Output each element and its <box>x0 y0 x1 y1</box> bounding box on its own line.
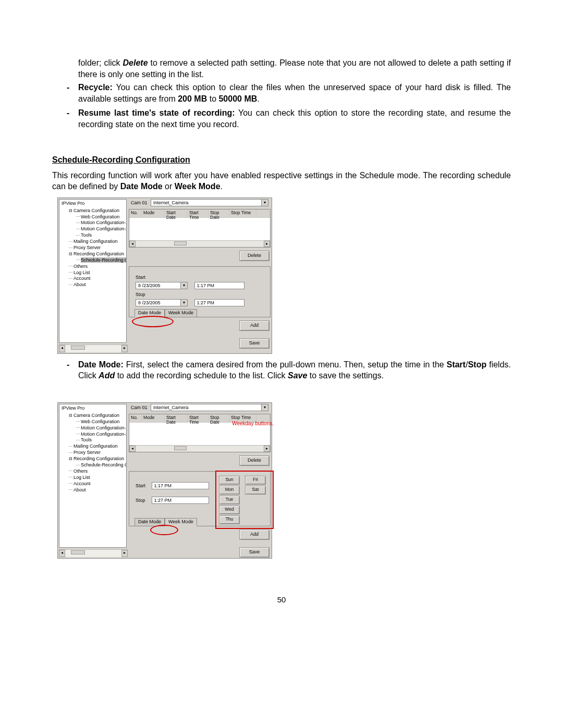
weekday-thu[interactable]: Thu <box>219 515 240 524</box>
label: Others <box>74 468 88 474</box>
col-start-time[interactable]: Start Time <box>188 209 209 217</box>
scroll-left-icon[interactable]: ◂ <box>59 550 65 557</box>
label: Camera Configuration <box>74 208 119 213</box>
scroll-track[interactable] <box>136 446 264 452</box>
col-start-date[interactable]: Start Date <box>165 414 188 422</box>
text: Week Mode <box>175 182 221 191</box>
tree-mailing[interactable]: Mailing Configuration <box>59 239 126 245</box>
scroll-thumb[interactable] <box>174 241 187 245</box>
tree-account[interactable]: Account <box>59 276 126 282</box>
tree-tools[interactable]: Tools <box>59 232 126 239</box>
col-start-time[interactable]: Start Time <box>188 414 209 422</box>
value: 1:27 PM <box>197 300 215 305</box>
tree-others[interactable]: Others <box>59 468 126 475</box>
stop-time-field[interactable]: 1:27 PM <box>194 299 244 306</box>
camera-select[interactable]: Internet_Camera <box>151 199 268 206</box>
scroll-thumb[interactable] <box>174 446 187 450</box>
tab-date-mode[interactable]: Date Mode <box>134 518 165 526</box>
add-button[interactable]: Add <box>239 320 270 331</box>
weekday-wed[interactable]: Wed <box>219 505 240 514</box>
scroll-thumb[interactable] <box>71 550 85 554</box>
col-stop-date[interactable]: Stop Date <box>209 209 229 217</box>
tree-motion2[interactable]: Motion Configuration-2 <box>59 226 126 232</box>
tree-web-config[interactable]: Web Configuration <box>59 214 126 220</box>
tree-pane: IPView Pro Camera Configuration Web Conf… <box>59 404 127 548</box>
value: 1:17 PM <box>197 283 215 288</box>
tab-week-mode[interactable]: Week Mode <box>165 518 197 526</box>
tree-motion1[interactable]: Motion Configuration-1 <box>59 220 126 226</box>
cam-label: Cam 01 <box>129 199 150 207</box>
weekday-tue[interactable]: Tue <box>219 496 240 504</box>
start-time-field[interactable]: 1:17 PM <box>152 482 209 489</box>
label: Recording Configuration <box>74 456 124 461</box>
scroll-track[interactable] <box>136 241 264 247</box>
scroll-track[interactable] <box>65 345 121 352</box>
tab-week-mode[interactable]: Week Mode <box>165 309 197 317</box>
tree-loglist[interactable]: Log List <box>59 475 126 481</box>
scroll-right-icon[interactable]: ▸ <box>264 446 270 452</box>
text: Date Mode <box>120 182 163 191</box>
scroll-track[interactable] <box>65 550 121 557</box>
label: About <box>74 282 86 287</box>
tree-camera-config[interactable]: Camera Configuration <box>59 208 126 214</box>
tab-date-mode[interactable]: Date Mode <box>134 309 165 317</box>
label: Tools <box>81 437 92 442</box>
label: Motion Configuration-1 <box>81 425 127 430</box>
section-intro: This recording function will work after … <box>52 170 511 192</box>
col-mode[interactable]: Mode <box>142 209 165 217</box>
scroll-right-icon[interactable]: ▸ <box>264 241 270 247</box>
tree-schedule-recording[interactable]: Schedule-Recording Con <box>59 257 126 264</box>
tree-tools[interactable]: Tools <box>59 437 126 443</box>
save-button[interactable]: Save <box>239 547 270 558</box>
weekday-sat[interactable]: Sat <box>245 486 266 495</box>
col-mode[interactable]: Mode <box>142 414 165 422</box>
col-stop-date[interactable]: Stop Date <box>209 414 229 422</box>
weekday-sun[interactable]: Sun <box>219 476 240 485</box>
col-stop-time[interactable]: Stop Time <box>229 209 256 217</box>
tabs-bar: Date ModeWeek Mode <box>134 309 197 317</box>
tree-others[interactable]: Others <box>59 264 126 270</box>
start-time-field[interactable]: 1:17 PM <box>194 282 244 289</box>
stop-date-field[interactable]: 8 /23/2005 <box>136 299 188 306</box>
delete-button[interactable]: Delete <box>239 251 270 261</box>
stop-time-field[interactable]: 1:27 PM <box>152 497 209 504</box>
col-no[interactable]: No. <box>129 414 142 422</box>
scroll-thumb[interactable] <box>71 346 85 350</box>
tree-rec-config[interactable]: Recording Configuration <box>59 456 126 462</box>
tree-about[interactable]: About <box>59 487 126 493</box>
tree-proxy[interactable]: Proxy Server <box>59 245 126 251</box>
scroll-left-icon[interactable]: ◂ <box>129 241 136 247</box>
tree-proxy[interactable]: Proxy Server <box>59 450 126 456</box>
tree-about[interactable]: About <box>59 282 126 288</box>
col-start-date[interactable]: Start Date <box>165 209 188 217</box>
tree-motion1[interactable]: Motion Configuration-1 <box>59 425 126 431</box>
weekday-mon[interactable]: Mon <box>219 486 240 495</box>
weekday-fri[interactable]: Fri <box>245 476 266 485</box>
delete-button[interactable]: Delete <box>239 455 270 466</box>
label: Account <box>74 276 91 281</box>
col-no[interactable]: No. <box>129 209 142 217</box>
grid-hscroll[interactable]: ◂ ▸ <box>129 240 270 247</box>
paragraph-folder: folder; click Delete to remove a selecte… <box>52 57 511 80</box>
tree-camera-config[interactable]: Camera Configuration <box>59 413 126 419</box>
scroll-right-icon[interactable]: ▸ <box>121 550 128 557</box>
tree-rec-config[interactable]: Recording Configuration <box>59 251 126 257</box>
start-date-field[interactable]: 8 /23/2005 <box>136 282 188 289</box>
tree-mailing[interactable]: Mailing Configuration <box>59 443 126 450</box>
grid-hscroll[interactable]: ◂ ▸ <box>129 445 270 452</box>
save-button[interactable]: Save <box>239 338 270 349</box>
scroll-left-icon[interactable]: ◂ <box>129 446 136 452</box>
add-button[interactable]: Add <box>239 529 270 540</box>
scroll-left-icon[interactable]: ◂ <box>59 345 65 352</box>
tree-motion2[interactable]: Motion Configuration-2 <box>59 431 126 438</box>
tree-web-config[interactable]: Web Configuration <box>59 419 126 425</box>
tree-schedule-recording[interactable]: Schedule-Recording Con <box>59 462 126 468</box>
label: Motion Configuration-2 <box>81 226 127 231</box>
tree-loglist[interactable]: Log List <box>59 270 126 276</box>
tree-hscroll[interactable]: ◂ ▸ <box>59 549 128 557</box>
tree-account[interactable]: Account <box>59 481 126 487</box>
scroll-right-icon[interactable]: ▸ <box>121 345 128 352</box>
camera-select[interactable]: Internet_Camera <box>151 404 268 411</box>
tree-hscroll[interactable]: ◂ ▸ <box>59 344 128 352</box>
heading: Resume last time's state of recording: <box>78 108 235 117</box>
